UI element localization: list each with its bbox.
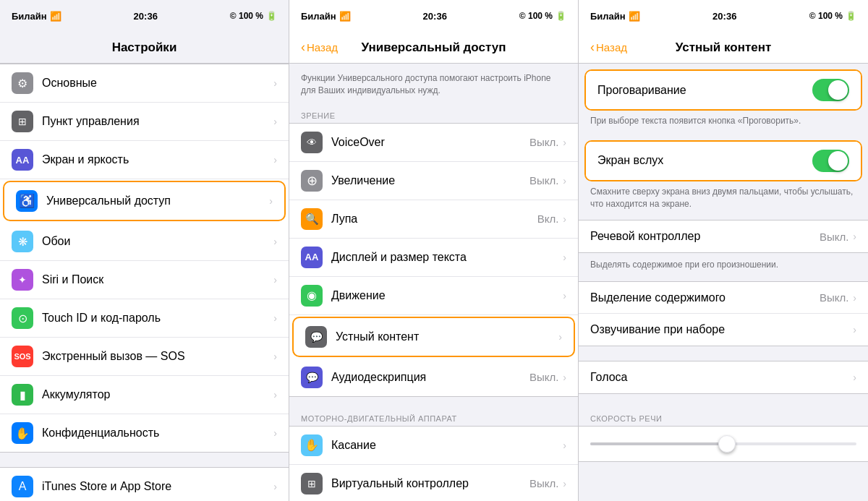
chevron-icon: › bbox=[563, 137, 566, 148]
switch-value: Выкл. bbox=[529, 477, 558, 489]
settings-item-battery[interactable]: ▮ Аккумулятор › bbox=[0, 376, 289, 414]
settings-item-accessibility[interactable]: ♿ Универсальный доступ › bbox=[3, 181, 286, 221]
acc-item-audiodesc[interactable]: 💬 Аудиодескрипция Выкл. › bbox=[289, 359, 578, 396]
spoken-label: Устный контент bbox=[336, 330, 558, 343]
voices-label: Голоса bbox=[590, 371, 853, 384]
spoken-group-highlight: Выделение содержимого Выкл. › Озвучивани… bbox=[579, 281, 868, 346]
settings-item-sos[interactable]: SOS Экстренный вызов — SOS › bbox=[0, 338, 289, 376]
toggle-knob-2 bbox=[828, 151, 848, 171]
siri-icon: ✦ bbox=[12, 269, 33, 291]
spoken-item-progovarivanie[interactable]: Проговаривание bbox=[586, 71, 861, 109]
progovarivanie-box: Проговаривание bbox=[584, 69, 862, 111]
chevron-icon: › bbox=[563, 372, 566, 383]
acc-item-spoken[interactable]: 💬 Устный контент › bbox=[292, 317, 575, 357]
spoken-item-screen[interactable]: Экран вслух bbox=[586, 142, 861, 180]
vision-group: 👁 VoiceOver Выкл. › ⊕ Увеличение Выкл. ›… bbox=[289, 123, 578, 397]
sos-icon: SOS bbox=[12, 346, 33, 367]
chevron-icon: › bbox=[269, 195, 273, 207]
settings-item-wallpaper[interactable]: ❋ Обои › bbox=[0, 223, 289, 261]
zoom-value: Выкл. bbox=[529, 174, 558, 187]
spoken-item-voices[interactable]: Голоса › bbox=[579, 361, 868, 393]
screen-toggle[interactable] bbox=[812, 150, 849, 172]
speed-slider-area bbox=[579, 426, 868, 462]
chevron-icon: › bbox=[563, 440, 566, 451]
settings-list[interactable]: ⚙ Основные › ⊞ Пункт управления › AA Экр… bbox=[0, 64, 289, 501]
settings-item-privacy[interactable]: ✋ Конфиденциальность › bbox=[0, 414, 289, 452]
settings-item-siri[interactable]: ✦ Siri и Поиск › bbox=[0, 261, 289, 299]
spoken-item-speech-controller[interactable]: Речевой контроллер Выкл. › bbox=[579, 220, 868, 252]
time-1: 20:36 bbox=[134, 11, 158, 22]
nav-bar-3: ‹ Назад Устный контент bbox=[579, 32, 868, 64]
general-icon: ⚙ bbox=[12, 72, 33, 94]
accessibility-list: Функции Универсального доступа помогают … bbox=[289, 64, 578, 501]
status-right-3: © 100 % 🔋 bbox=[809, 11, 856, 21]
acc-item-touch[interactable]: ✋ Касание › bbox=[289, 427, 578, 465]
settings-item-display[interactable]: AA Экран и яркость › bbox=[0, 141, 289, 179]
chevron-icon: › bbox=[273, 481, 277, 492]
acc-item-zoom[interactable]: ⊕ Увеличение Выкл. › bbox=[289, 162, 578, 200]
time-2: 20:36 bbox=[423, 11, 447, 22]
chevron-icon: › bbox=[273, 312, 277, 324]
spoken-item-highlight[interactable]: Выделение содержимого Выкл. › bbox=[579, 282, 868, 314]
spoken-group-rest: Речевой контроллер Выкл. › bbox=[579, 220, 868, 253]
time-3: 20:36 bbox=[712, 11, 736, 22]
acc-item-magnifier[interactable]: 🔍 Лупа Вкл. › bbox=[289, 200, 578, 239]
accessibility-description: Функции Универсального доступа помогают … bbox=[289, 64, 578, 106]
nav-bar-1: Настройки bbox=[0, 32, 289, 64]
toggle-knob bbox=[828, 80, 848, 100]
spoken-item-typing[interactable]: Озвучивание при наборе › bbox=[579, 314, 868, 346]
screen-label: Экран вслух bbox=[597, 154, 812, 167]
wallpaper-label: Обои bbox=[42, 235, 273, 248]
siri-label: Siri и Поиск bbox=[42, 273, 273, 286]
back-button-2[interactable]: ‹ Назад bbox=[301, 40, 338, 55]
signal-1: © 100 % bbox=[230, 11, 263, 21]
settings-item-itunes[interactable]: A iTunes Store и App Store › bbox=[0, 468, 289, 501]
status-bar-2: Билайн 📶 20:36 © 100 % 🔋 bbox=[289, 0, 578, 32]
settings-group-stores: A iTunes Store и App Store › ▣ Wallet и … bbox=[0, 467, 289, 501]
chevron-icon: › bbox=[563, 175, 566, 187]
acc-item-motion[interactable]: ◉ Движение › bbox=[289, 277, 578, 315]
magnifier-label: Лупа bbox=[331, 213, 537, 226]
display-text-icon: AA bbox=[301, 247, 323, 268]
touch-label: Касание bbox=[331, 439, 563, 452]
zoom-icon: ⊕ bbox=[301, 170, 323, 192]
audiodesc-value: Выкл. bbox=[529, 371, 558, 383]
signal-3: © 100 % bbox=[809, 11, 843, 21]
progovarivanie-toggle[interactable] bbox=[812, 79, 849, 101]
status-left-2: Билайн 📶 bbox=[301, 11, 351, 22]
itunes-icon: A bbox=[12, 476, 33, 497]
display-text-label: Дисплей и размер текста bbox=[331, 251, 563, 264]
speed-slider-track[interactable] bbox=[590, 442, 856, 445]
settings-item-control-center[interactable]: ⊞ Пункт управления › bbox=[0, 103, 289, 141]
settings-item-touchid[interactable]: ⊙ Touch ID и код-пароль › bbox=[0, 299, 289, 338]
status-bar-1: Билайн 📶 20:36 © 100 % 🔋 bbox=[0, 0, 289, 32]
spoken-icon: 💬 bbox=[305, 326, 327, 348]
acc-item-display[interactable]: AA Дисплей и размер текста › bbox=[289, 239, 578, 277]
chevron-icon: › bbox=[273, 274, 277, 286]
back-button-3[interactable]: ‹ Назад bbox=[590, 40, 627, 55]
wifi-icon-2: 📶 bbox=[339, 11, 351, 22]
status-left-1: Билайн 📶 bbox=[12, 11, 61, 22]
carrier-2: Билайн bbox=[301, 11, 336, 22]
touchid-icon: ⊙ bbox=[12, 307, 33, 329]
spoken-content-list: Проговаривание При выборе текста появитс… bbox=[579, 64, 868, 501]
speed-slider-thumb[interactable] bbox=[718, 435, 736, 453]
privacy-icon: ✋ bbox=[12, 422, 33, 444]
section-header-motor: МОТОРНО-ДВИГАТЕЛЬНЫЙ АППАРАТ bbox=[289, 408, 578, 426]
settings-panel: Билайн 📶 20:36 © 100 % 🔋 Настройки ⚙ Осн… bbox=[0, 0, 289, 501]
highlight-value: Выкл. bbox=[820, 291, 848, 304]
screen-description: Смахните сверху экрана вниз двумя пальца… bbox=[579, 181, 868, 220]
page-title-3: Устный контент bbox=[676, 40, 772, 55]
battery-icon-3: 🔋 bbox=[846, 11, 856, 21]
magnifier-value: Вкл. bbox=[537, 213, 559, 225]
settings-item-general[interactable]: ⚙ Основные › bbox=[0, 64, 289, 103]
highlight-label: Выделение содержимого bbox=[590, 291, 820, 304]
acc-item-switch[interactable]: ⊞ Виртуальный контроллер Выкл. › bbox=[289, 465, 578, 501]
signal-2: © 100 % bbox=[519, 11, 553, 21]
sos-label: Экстренный вызов — SOS bbox=[42, 350, 273, 363]
display-label: Экран и яркость bbox=[42, 153, 273, 166]
acc-item-voiceover[interactable]: 👁 VoiceOver Выкл. › bbox=[289, 124, 578, 162]
spoken-group-voices: Голоса › bbox=[579, 361, 868, 394]
back-label-3: Назад bbox=[596, 41, 627, 53]
nav-bar-2: ‹ Назад Универсальный доступ bbox=[289, 32, 578, 64]
